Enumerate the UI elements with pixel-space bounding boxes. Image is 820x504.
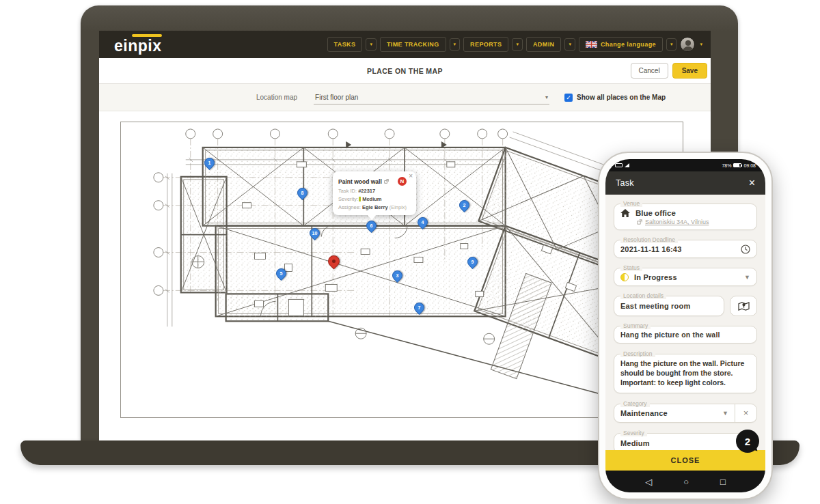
battery-icon [733, 163, 741, 167]
close-button[interactable]: CLOSE [605, 450, 765, 471]
clock-icon[interactable] [741, 244, 750, 254]
location-row: Location details East meeting room [614, 296, 757, 316]
popup-status-badge: N [398, 177, 407, 186]
android-recent-icon[interactable]: □ [720, 477, 726, 486]
einpix-logo: einpix [114, 33, 161, 55]
nav-reports-caret-icon[interactable]: ▾ [512, 38, 523, 51]
main-nav: TASKS ▾ TIME TRACKING ▾ REPORTS ▾ ADMIN … [327, 37, 704, 52]
volte-icon [615, 163, 623, 167]
android-home-icon[interactable]: ○ [683, 477, 689, 486]
status-caret-icon: ▼ [744, 274, 750, 281]
location-details-label: Location details [620, 292, 666, 299]
stage: einpix TASKS ▾ TIME TRACKING ▾ REPORTS ▾… [0, 0, 820, 504]
nav-admin-caret-icon[interactable]: ▾ [564, 38, 575, 51]
phone-mockup: 78% 09:08 Task × Venue Blue office [598, 152, 773, 500]
description-value: Hang the picture on the wall. Picture sh… [620, 359, 750, 388]
deadline-field[interactable]: Resolution Deadline 2021-11-11 16:43 [614, 240, 757, 258]
avatar-caret-icon[interactable]: ▾ [698, 40, 704, 48]
select-caret-icon: ▾ [545, 94, 548, 100]
description-field-label: Description [620, 350, 655, 357]
assignee-value: Egle Berry [362, 204, 388, 210]
category-value: Maintenance [620, 409, 668, 417]
phone-close-icon[interactable]: × [749, 178, 755, 188]
page-header: PLACE ON THE MAP Cancel Save [99, 58, 711, 84]
venue-field-label: Venue [620, 200, 642, 207]
popup-task-id-row: Task ID: #22317 [338, 188, 411, 194]
app-header: einpix TASKS ▾ TIME TRACKING ▾ REPORTS ▾… [99, 31, 711, 58]
category-field: Category Maintenance ▼ × [614, 404, 757, 423]
notification-badge[interactable]: 2 [736, 430, 759, 453]
location-map-value: First floor plan [315, 94, 358, 101]
task-popup: × Paint wood wall N Task ID: #22317 Seve… [333, 171, 416, 215]
summary-field[interactable]: Summary Hang the picture on the wall [614, 326, 757, 344]
phone-screen: 78% 09:08 Task × Venue Blue office [605, 159, 765, 492]
location-details-field[interactable]: Location details East meeting room [614, 296, 724, 316]
deadline-value: 2021-11-11 16:43 [620, 245, 681, 253]
page-title: PLACE ON THE MAP [99, 67, 711, 75]
signal-icon [625, 163, 629, 167]
description-field[interactable]: Description Hang the picture on the wall… [614, 354, 757, 393]
change-language-label: Change language [601, 41, 656, 48]
category-clear-button[interactable]: × [735, 404, 756, 422]
checkbox-check-icon: ✓ [564, 94, 573, 102]
cancel-button[interactable]: Cancel [631, 63, 668, 79]
venue-address-link[interactable]: Saltoniskiu 34A, Vilnius [637, 219, 750, 225]
popup-severity-row: Severity:Medium [338, 196, 411, 202]
location-map-select[interactable]: First floor plan ▾ [314, 91, 549, 104]
home-icon [620, 209, 630, 217]
venue-address: Saltoniskiu 34A, Vilnius [645, 219, 709, 225]
status-in-progress-icon [620, 273, 629, 281]
nav-tasks[interactable]: TASKS [327, 37, 363, 52]
venue-field: Venue Blue office Saltoniskiu 34A, Vilni… [614, 204, 757, 230]
open-map-button[interactable] [730, 296, 757, 316]
show-all-places-label: Show all places on the Map [577, 94, 666, 101]
deadline-field-label: Resolution Deadline [620, 236, 678, 243]
status-field-label: Status [620, 264, 642, 271]
assignee-org: (Einpix) [390, 204, 407, 210]
severity-bar-icon [359, 197, 361, 201]
clock-time: 09:08 [743, 163, 756, 168]
status-value: In Progress [634, 273, 677, 281]
nav-admin[interactable]: ADMIN [526, 37, 562, 52]
assignee-label: Assignee: [338, 204, 361, 210]
nav-reports[interactable]: REPORTS [463, 37, 508, 52]
phone-task-header: Task × [605, 171, 765, 195]
user-avatar[interactable] [680, 37, 695, 52]
nav-time-tracking-caret-icon[interactable]: ▾ [450, 38, 461, 51]
severity-value: Medium [362, 196, 381, 202]
save-button[interactable]: Save [672, 63, 707, 79]
phone-status-bar: 78% 09:08 [605, 159, 765, 171]
category-field-label: Category [620, 400, 650, 407]
android-navbar: ◁ ○ □ [605, 471, 765, 492]
location-map-label: Location map [256, 94, 297, 101]
summary-field-label: Summary [620, 322, 651, 329]
show-all-places-checkbox[interactable]: ✓ Show all places on the Map [564, 94, 666, 102]
filter-bar: Location map First floor plan ▾ ✓ Show a… [99, 84, 711, 111]
severity-value: Medium [620, 439, 650, 447]
severity-label: Severity: [338, 196, 358, 202]
popup-close-icon[interactable]: × [409, 173, 413, 180]
task-id-value: #22317 [358, 188, 375, 194]
battery-percent: 78% [722, 163, 731, 168]
android-back-icon[interactable]: ◁ [645, 477, 652, 486]
status-field[interactable]: Status In Progress ▼ [614, 268, 757, 286]
category-caret-icon: ▼ [722, 410, 728, 417]
location-details-value: East meeting room [620, 302, 690, 310]
external-link-icon[interactable] [384, 179, 389, 184]
severity-field-label: Severity [620, 430, 647, 436]
uk-flag-icon [586, 41, 597, 48]
nav-time-tracking[interactable]: TIME TRACKING [380, 37, 446, 52]
phone-page-title: Task [616, 178, 634, 188]
external-link-icon [637, 219, 642, 225]
nav-tasks-caret-icon[interactable]: ▾ [366, 38, 377, 51]
task-id-label: Task ID: [338, 188, 357, 194]
map-pin-icon [738, 301, 750, 311]
popup-assignee-row: Assignee: Egle Berry (Einpix) [338, 204, 411, 210]
language-caret-icon[interactable]: ▾ [666, 38, 677, 51]
change-language-button[interactable]: Change language [579, 37, 663, 52]
popup-task-title[interactable]: Paint wood wall [338, 178, 382, 185]
venue-name: Blue office [636, 209, 676, 217]
summary-value: Hang the picture on the wall [620, 331, 720, 339]
